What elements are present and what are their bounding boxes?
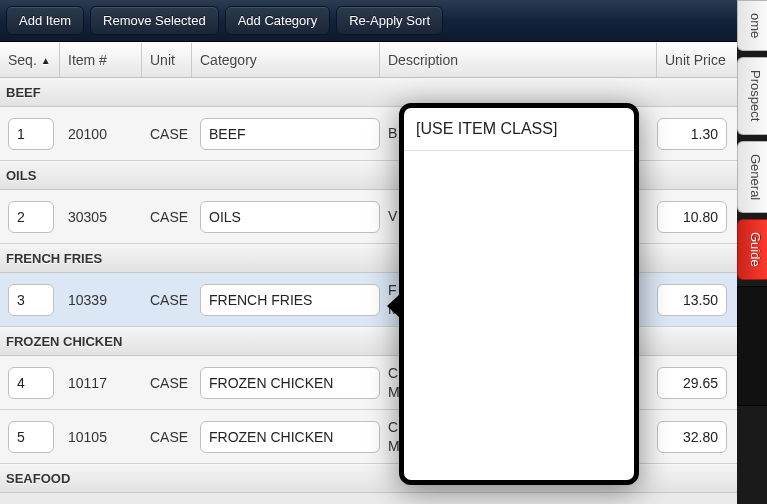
unit-label: CASE [146,375,196,391]
toolbar: Add Item Remove Selected Add Category Re… [0,0,737,42]
add-item-button[interactable]: Add Item [6,6,84,35]
header-unit[interactable]: Unit [142,43,192,77]
sort-asc-icon: ▲ [41,55,51,66]
reapply-sort-button[interactable]: Re-Apply Sort [336,6,443,35]
unit-label: CASE [146,209,196,225]
unit-label: CASE [146,126,196,142]
tab-prospect[interactable]: Prospect [737,57,767,134]
seq-input[interactable] [8,421,54,453]
category-input[interactable] [200,284,380,316]
item-number: 10105 [64,429,146,445]
header-seq[interactable]: Seq. ▲ [0,43,60,77]
price-input[interactable] [657,421,727,453]
price-input[interactable] [657,201,727,233]
header-description[interactable]: Description [380,43,657,77]
category-input[interactable] [200,118,380,150]
table-header: Seq. ▲ Item # Unit Category Description … [0,42,737,78]
popover-option[interactable]: [USE ITEM CLASS] [404,108,634,151]
item-number: 20100 [64,126,146,142]
header-category[interactable]: Category [192,43,380,77]
tab-guide[interactable]: Guide [737,219,767,280]
unit-label: CASE [146,292,196,308]
item-number: 10117 [64,375,146,391]
category-input[interactable] [200,367,380,399]
unit-label: CASE [146,429,196,445]
price-input[interactable] [657,367,727,399]
price-input[interactable] [657,118,727,150]
tab-general[interactable]: General [737,141,767,213]
add-category-button[interactable]: Add Category [225,6,331,35]
side-tabs: ome Prospect General Guide [737,0,767,504]
tab-home[interactable]: ome [737,0,767,51]
seq-input[interactable] [8,118,54,150]
seq-input[interactable] [8,201,54,233]
header-seq-label: Seq. [8,52,37,68]
header-unit-price[interactable]: Unit Price [657,43,737,77]
popover-body: [USE ITEM CLASS] [399,103,639,485]
header-item[interactable]: Item # [60,43,142,77]
category-input[interactable] [200,421,380,453]
seq-input[interactable] [8,367,54,399]
popover-arrow-icon [387,295,399,317]
category-input[interactable] [200,201,380,233]
item-number: 30305 [64,209,146,225]
item-number: 10339 [64,292,146,308]
price-input[interactable] [657,284,727,316]
remove-selected-button[interactable]: Remove Selected [90,6,219,35]
tab-empty [737,286,767,406]
seq-input[interactable] [8,284,54,316]
category-popover: [USE ITEM CLASS] [399,103,639,485]
